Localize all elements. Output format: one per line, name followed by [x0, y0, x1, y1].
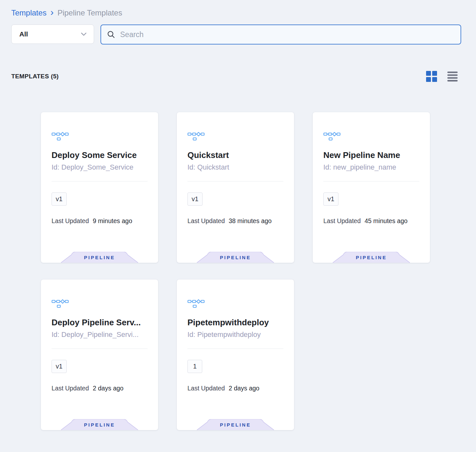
last-updated-row: Last Updated 2 days ago: [52, 385, 148, 392]
breadcrumb-link-templates[interactable]: Templates: [11, 8, 46, 17]
card-divider: [52, 349, 148, 349]
pipeline-diagram-icon: [52, 130, 148, 141]
breadcrumb-current-page: Pipeline Templates: [57, 8, 122, 17]
search-icon: [107, 30, 115, 39]
view-toggle-group: [426, 71, 458, 82]
pipeline-diagram-icon: [187, 130, 283, 141]
card-id: Id: new_pipeline_name: [323, 163, 419, 172]
card-id: Id: Deploy_Pipeline_Servi...: [52, 330, 148, 339]
chevron-down-icon: [81, 32, 87, 36]
template-type-dropdown[interactable]: All: [11, 25, 94, 44]
breadcrumb-separator-icon: ›: [50, 9, 53, 16]
templates-section-header: TEMPLATES (5): [11, 71, 458, 82]
last-updated-row: Last Updated 9 minutes ago: [52, 217, 148, 225]
pipeline-type-badge: PIPELINE: [61, 419, 138, 430]
card-title: Deploy Some Service: [52, 150, 148, 160]
dropdown-selected-value: All: [19, 30, 28, 38]
list-view-button[interactable]: [447, 72, 458, 82]
breadcrumb: Templates › Pipeline Templates: [11, 8, 465, 17]
search-input[interactable]: [120, 30, 455, 39]
last-updated-row: Last Updated 38 minutes ago: [187, 217, 283, 225]
template-card[interactable]: Deploy Pipeline Serv... Id: Deploy_Pipel…: [41, 280, 158, 430]
template-card[interactable]: Pipetempwithdeploy Id: Pipetempwithdeplo…: [177, 280, 294, 430]
version-badge: v1: [187, 192, 203, 206]
card-divider: [52, 181, 148, 182]
last-updated-value: 9 minutes ago: [93, 217, 132, 225]
template-card[interactable]: Quickstart Id: Quickstart v1 Last Update…: [177, 112, 294, 263]
page-header: Templates › Pipeline Templates: [0, 0, 476, 17]
template-grid: Deploy Some Service Id: Deploy_Some_Serv…: [41, 112, 476, 430]
last-updated-row: Last Updated 2 days ago: [187, 385, 283, 392]
type-badge-label: PIPELINE: [333, 252, 410, 263]
version-badge: 1: [187, 360, 202, 373]
version-badge: v1: [323, 192, 338, 206]
last-updated-value: 38 minutes ago: [229, 217, 271, 225]
pipeline-diagram-icon: [187, 297, 283, 309]
card-divider: [187, 181, 283, 182]
pipeline-type-badge: PIPELINE: [197, 419, 274, 430]
type-badge-label: PIPELINE: [61, 419, 138, 430]
filter-controls: All: [11, 25, 465, 44]
template-card[interactable]: New Pipeline Name Id: new_pipeline_name …: [313, 112, 430, 263]
section-heading: TEMPLATES (5): [11, 73, 59, 80]
last-updated-label: Last Updated: [187, 217, 225, 225]
card-divider: [323, 181, 419, 182]
last-updated-label: Last Updated: [187, 385, 225, 392]
version-badge: v1: [52, 360, 67, 373]
last-updated-row: Last Updated 45 minutes ago: [323, 217, 419, 225]
last-updated-value: 45 minutes ago: [365, 217, 407, 225]
card-title: New Pipeline Name: [323, 150, 419, 160]
pipeline-type-badge: PIPELINE: [333, 252, 410, 263]
last-updated-label: Last Updated: [52, 217, 89, 225]
list-view-icon: [447, 78, 458, 83]
type-badge-label: PIPELINE: [197, 419, 274, 430]
card-id: Id: Pipetempwithdeploy: [187, 330, 283, 339]
pipeline-type-badge: PIPELINE: [61, 252, 138, 263]
search-box: [100, 25, 461, 44]
card-title: Deploy Pipeline Serv...: [52, 318, 148, 328]
last-updated-value: 2 days ago: [93, 385, 123, 392]
pipeline-type-badge: PIPELINE: [197, 252, 274, 263]
last-updated-value: 2 days ago: [229, 385, 259, 392]
type-badge-label: PIPELINE: [61, 252, 138, 263]
template-card[interactable]: Deploy Some Service Id: Deploy_Some_Serv…: [41, 112, 158, 263]
card-id: Id: Deploy_Some_Service: [52, 163, 148, 172]
card-divider: [187, 349, 283, 349]
last-updated-label: Last Updated: [323, 217, 361, 225]
card-title: Pipetempwithdeploy: [187, 318, 283, 328]
card-id: Id: Quickstart: [187, 163, 283, 172]
grid-view-icon: [426, 78, 437, 83]
pipeline-diagram-icon: [52, 297, 148, 309]
grid-view-button[interactable]: [426, 71, 437, 82]
pipeline-diagram-icon: [323, 130, 419, 141]
last-updated-label: Last Updated: [52, 385, 89, 392]
version-badge: v1: [52, 192, 67, 206]
card-title: Quickstart: [187, 150, 283, 160]
type-badge-label: PIPELINE: [197, 252, 274, 263]
